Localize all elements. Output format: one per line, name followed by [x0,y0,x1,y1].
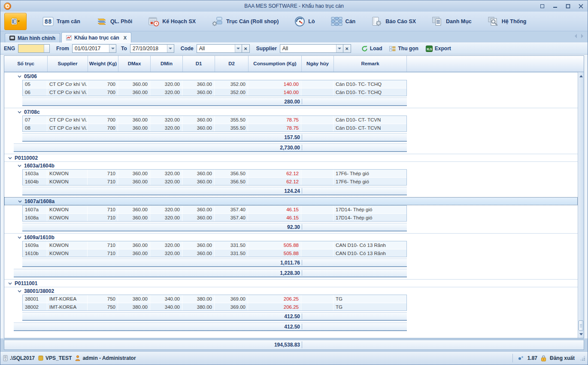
group-row[interactable]: 07/08c [4,108,578,116]
column-header-weight[interactable]: Weight (Kg) [88,56,118,72]
chevron-down-icon[interactable] [18,236,21,239]
restore-button[interactable] [564,3,571,9]
scroll-down-icon[interactable] [579,331,583,338]
summary-value: 157.50 [284,134,300,141]
ribbon-item-bao-cao-sx[interactable]: Báo Cáo SX [371,16,416,27]
table-row[interactable]: 1608aKOWON710360.00320.00360.00357.4046.… [23,213,406,221]
vertical-scrollbar[interactable] [578,72,584,338]
tab-close-icon[interactable]: X [124,35,127,40]
from-label: From [56,46,69,52]
supplier-clear-button[interactable]: ✕ [343,44,351,53]
close-button[interactable] [577,3,584,9]
tab-scroll-right-icon[interactable] [581,34,583,38]
fullscreen-button[interactable] [539,3,546,9]
table-row[interactable]: 38001IMT-KOREA750380.00340.00380.00369.0… [23,295,406,303]
chevron-down-icon[interactable] [18,200,22,203]
ribbon-item-can[interactable]: Cán [331,16,356,27]
table-row[interactable]: 1603aKOWON710360.00320.00360.00356.5062.… [23,170,406,177]
column-header-ngay-huy[interactable]: Ngày hủy [302,56,334,72]
column-header-remark[interactable]: Remark [334,56,407,72]
table-row[interactable]: 1607aKOWON710360.00320.00360.00357.4046.… [23,206,406,213]
group-row[interactable]: 38001/38002 [4,287,578,295]
cell-d1: 360.00 [182,116,215,124]
chevron-down-icon[interactable] [8,157,12,159]
ribbon-item-danh-muc[interactable]: Danh Mục [432,16,472,27]
column-header-so-truc[interactable]: Số trục [4,56,48,72]
group-row[interactable]: P0110002 [4,154,578,161]
eng-input[interactable] [18,44,50,53]
cell-consumption: 505.88 [248,241,301,249]
ribbon-item-he-thong[interactable]: Hệ Thống [488,16,527,27]
group-row[interactable]: 1603a/1604b [4,161,578,169]
app-menu-button[interactable] [4,13,27,30]
column-header-d1[interactable]: D1 [183,56,215,72]
column-header-supplier[interactable]: Supplier [48,56,88,72]
minimize-button[interactable] [552,3,558,9]
chevron-down-icon[interactable] [18,164,21,167]
cell-dmin: 320.00 [150,170,182,177]
group-total-row: 412.50 [14,322,407,331]
table-row[interactable]: 1604bKOWON710360.00320.00360.00356.5062.… [23,177,406,185]
from-date-input[interactable]: 01/01/2017 [72,44,116,53]
table-row[interactable]: 1609aKOWON710360.00320.00360.00331.50505… [23,241,406,249]
column-header-consumption[interactable]: Consumption (Kg) [249,56,302,72]
column-header-dmin[interactable]: DMin [151,56,183,72]
group-row[interactable]: 05/06 [4,72,578,80]
table-row[interactable]: 1610bKOWON710360.00320.00360.00331.50505… [23,249,406,257]
scrollbar-thumb[interactable] [579,320,583,331]
tab-man-hinh-chinh[interactable]: Màn hình chính [5,33,60,43]
supplier-label: Supplier [256,46,277,52]
cell-dmin: 320.00 [150,124,182,131]
table-row[interactable]: 06CT CP Cơ khí Vi...700360.00320.00360.0… [23,88,406,96]
scroll-up-icon[interactable] [579,73,583,79]
cell-consumption: 505.88 [248,249,301,257]
group-row[interactable]: 1609a/1610b [4,233,578,241]
tab-khau-hao-truc-can[interactable]: Khẩu hao trục cán X [61,32,131,43]
collapse-button[interactable]: Thu gọn [387,45,420,52]
load-button[interactable]: Load [359,45,385,53]
table-row[interactable]: 05CT CP Cơ khí Vi...700360.00320.00360.0… [23,80,406,88]
eng-input-button[interactable] [44,45,49,52]
cell-dmin: 320.00 [150,241,182,249]
table-row[interactable]: 08CT CP Cơ khí Vi...700360.00320.00360.0… [23,124,406,131]
to-date-input[interactable]: 27/10/2018 [130,44,174,53]
group-row-selected[interactable]: 1607a/1608a [4,197,578,205]
export-button[interactable]: XLS Export [424,45,453,53]
ribbon-item-truc-can[interactable]: Trục Cán (Roll shop) [212,16,279,27]
refresh-icon [361,46,368,52]
ribbon-item-ql-phoi[interactable]: QL. Phôi [96,16,132,27]
ribbon-item-lo[interactable]: Lò [294,16,315,27]
supplier-combo[interactable]: All [280,44,343,53]
column-header-dmax[interactable]: DMax [118,56,151,72]
cell-dmax: 360.00 [118,206,150,213]
chevron-down-icon[interactable] [18,290,21,292]
from-date-dropdown-icon[interactable] [109,45,116,52]
table-row[interactable]: 07CT CP Cơ khí Vi...700360.00320.00360.0… [23,116,406,124]
to-date-dropdown-icon[interactable] [167,45,174,52]
window-title: BAA MES SOFTWARE - Khẩu hao trục cán [0,3,588,9]
cell-ngay-huy [301,80,333,88]
ribbon-item-ke-hoach-sx[interactable]: Kế Hoạch SX [148,16,196,27]
cell-weight: 710 [88,249,118,257]
chevron-down-icon[interactable] [8,282,12,285]
column-header-d2[interactable]: D2 [215,56,249,72]
cell-dmin: 320.00 [150,88,182,96]
cell-d2: 355.50 [215,116,248,124]
group-label: P0111001 [15,280,37,286]
table-row[interactable]: 38002IMT-KOREA750380.00340.00380.00369.0… [23,303,406,310]
code-dropdown-icon[interactable] [235,45,242,52]
group-subtotal-row: 157.50 [22,133,407,142]
logout-button[interactable]: Đăng xuất [550,355,575,361]
cell-supplier: IMT-KOREA [47,295,88,303]
chevron-down-icon[interactable] [18,75,21,78]
resize-grip-icon[interactable] [580,356,585,361]
code-combo[interactable]: All [197,44,242,53]
ribbon-item-tram-can[interactable]: 88 Trạm cân [42,16,80,27]
chevron-down-icon[interactable] [18,111,21,113]
tab-scroll-left-icon[interactable] [575,34,577,38]
cell-ngay-huy [301,214,333,221]
group-row[interactable]: P0111001 [4,279,578,287]
cell-remark: 17F6- Thép gió [333,178,406,185]
code-clear-button[interactable]: ✕ [242,44,250,53]
supplier-dropdown-icon[interactable] [336,45,343,52]
